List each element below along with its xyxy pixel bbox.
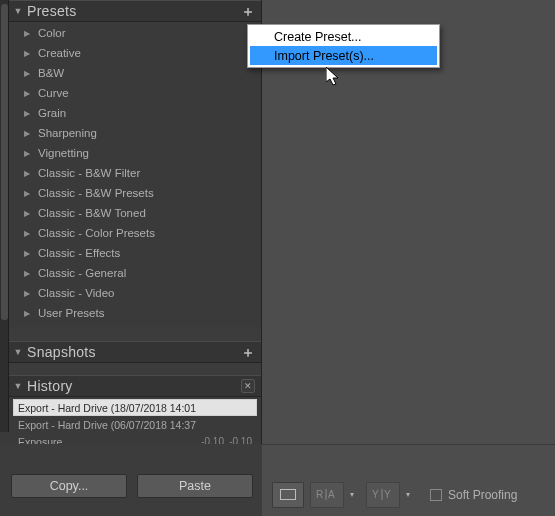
triangle-right-icon: ▶ (24, 49, 36, 58)
section-presets: ▼ Presets ＋ ▶Color▶Creative▶B&W▶Curve▶Gr… (9, 0, 261, 327)
triangle-right-icon: ▶ (24, 309, 36, 318)
triangle-down-icon: ▼ (13, 381, 23, 391)
preset-group[interactable]: ▶Sharpening (9, 123, 261, 143)
before-after-view-button[interactable]: Y Y (366, 482, 400, 508)
side-panel: ▼ Presets ＋ ▶Color▶Creative▶B&W▶Curve▶Gr… (0, 0, 262, 516)
add-snapshot-icon[interactable]: ＋ (241, 345, 255, 359)
preset-group[interactable]: ▶Classic - General (9, 263, 261, 283)
preset-group-label: Classic - B&W Toned (36, 207, 146, 219)
triangle-right-icon: ▶ (24, 169, 36, 178)
clear-history-icon[interactable]: ✕ (241, 379, 255, 393)
triangle-right-icon: ▶ (24, 189, 36, 198)
svg-rect-0 (281, 490, 296, 500)
triangle-right-icon: ▶ (24, 289, 36, 298)
history-title: History (27, 378, 241, 394)
triangle-right-icon: ▶ (24, 69, 36, 78)
triangle-right-icon: ▶ (24, 29, 36, 38)
preset-group[interactable]: ▶Classic - Color Presets (9, 223, 261, 243)
triangle-right-icon: ▶ (24, 129, 36, 138)
bottom-bar-right: R A ▾ Y Y ▾ Soft Proofing (262, 444, 555, 516)
menu-import-presets[interactable]: Import Preset(s)... (250, 46, 437, 65)
scrollbar-thumb[interactable] (1, 4, 8, 320)
copy-button[interactable]: Copy... (11, 474, 127, 498)
triangle-right-icon: ▶ (24, 149, 36, 158)
presets-header[interactable]: ▼ Presets ＋ (9, 0, 261, 22)
snapshots-title: Snapshots (27, 344, 241, 360)
triangle-right-icon: ▶ (24, 249, 36, 258)
viewer-area (262, 0, 555, 516)
triangle-down-icon: ▼ (13, 347, 23, 357)
triangle-right-icon: ▶ (24, 229, 36, 238)
preset-group[interactable]: ▶Creative (9, 43, 261, 63)
paste-button[interactable]: Paste (137, 474, 253, 498)
history-item[interactable]: Export - Hard Drive (18/07/2018 14:01: (13, 399, 257, 416)
loupe-view-button[interactable] (272, 482, 304, 508)
soft-proofing-label: Soft Proofing (448, 488, 517, 502)
menu-create-preset[interactable]: Create Preset... (250, 27, 437, 46)
scrollbar-cap (0, 432, 9, 444)
preset-group[interactable]: ▶B&W (9, 63, 261, 83)
preset-group-label: Color (36, 27, 65, 39)
svg-text:Y: Y (384, 489, 392, 500)
preset-group[interactable]: ▶Color (9, 23, 261, 43)
preset-group[interactable]: ▶Grain (9, 103, 261, 123)
add-preset-icon[interactable]: ＋ (241, 4, 255, 18)
preset-group[interactable]: ▶Vignetting (9, 143, 261, 163)
svg-text:Y: Y (372, 489, 380, 500)
triangle-right-icon: ▶ (24, 269, 36, 278)
bottom-bar-left: Copy... Paste (0, 444, 262, 516)
triangle-right-icon: ▶ (24, 89, 36, 98)
preset-group[interactable]: ▶Classic - B&W Filter (9, 163, 261, 183)
triangle-right-icon: ▶ (24, 209, 36, 218)
dropdown-icon[interactable]: ▾ (406, 490, 416, 499)
preset-group-label: Classic - General (36, 267, 126, 279)
preset-group-label: B&W (36, 67, 64, 79)
preset-tree: ▶Color▶Creative▶B&W▶Curve▶Grain▶Sharpeni… (9, 22, 261, 327)
preset-group-label: Classic - Effects (36, 247, 120, 259)
section-history: ▼ History ✕ Export - Hard Drive (18/07/2… (9, 375, 261, 454)
preset-group-label: Classic - B&W Presets (36, 187, 154, 199)
preset-group-label: Grain (36, 107, 66, 119)
snapshots-header[interactable]: ▼ Snapshots ＋ (9, 341, 261, 363)
preset-group-label: Classic - Color Presets (36, 227, 155, 239)
preset-group-label: Vignetting (36, 147, 89, 159)
scrollbar-track[interactable] (0, 0, 9, 444)
preset-group-label: Curve (36, 87, 69, 99)
context-menu: Create Preset... Import Preset(s)... (247, 24, 440, 68)
history-label: Export - Hard Drive (18/07/2018 14:01: (18, 402, 196, 414)
preset-group[interactable]: ▶Classic - B&W Presets (9, 183, 261, 203)
svg-text:A: A (328, 489, 336, 500)
preset-group-label: Creative (36, 47, 81, 59)
triangle-right-icon: ▶ (24, 109, 36, 118)
checkbox-icon[interactable] (430, 489, 442, 501)
preset-group[interactable]: ▶User Presets (9, 303, 261, 323)
history-label: Export - Hard Drive (06/07/2018 14:37: (18, 419, 196, 431)
svg-text:R: R (316, 489, 324, 500)
history-item[interactable]: Export - Hard Drive (06/07/2018 14:37: (13, 416, 257, 433)
soft-proofing-toggle[interactable]: Soft Proofing (430, 488, 517, 502)
preset-group-label: Sharpening (36, 127, 97, 139)
dropdown-icon[interactable]: ▾ (350, 490, 360, 499)
preset-group-label: Classic - B&W Filter (36, 167, 140, 179)
preset-group[interactable]: ▶Curve (9, 83, 261, 103)
preset-group-label: User Presets (36, 307, 104, 319)
section-snapshots: ▼ Snapshots ＋ (9, 341, 261, 363)
triangle-down-icon: ▼ (13, 6, 23, 16)
preset-group[interactable]: ▶Classic - Effects (9, 243, 261, 263)
preset-group[interactable]: ▶Classic - Video (9, 283, 261, 303)
history-header[interactable]: ▼ History ✕ (9, 375, 261, 397)
reference-view-button[interactable]: R A (310, 482, 344, 508)
presets-title: Presets (27, 3, 241, 19)
preset-group-label: Classic - Video (36, 287, 115, 299)
preset-group[interactable]: ▶Classic - B&W Toned (9, 203, 261, 223)
